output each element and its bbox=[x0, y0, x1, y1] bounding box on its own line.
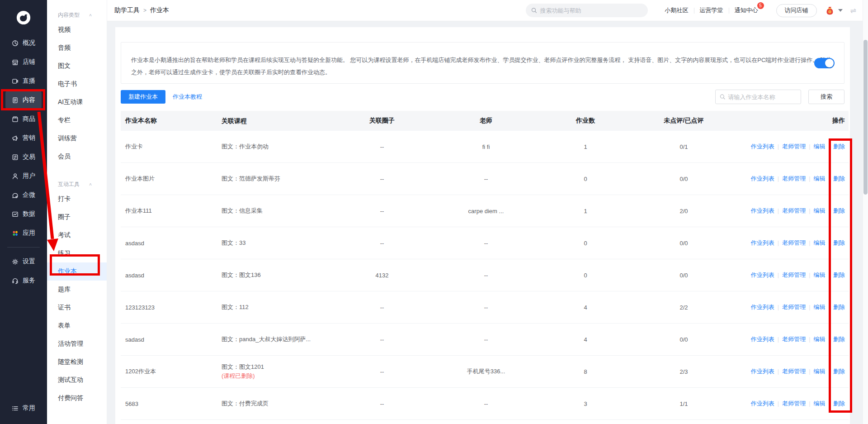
visit-shop-button[interactable]: 访问店铺 bbox=[776, 4, 817, 17]
subsidebar-item-表单[interactable]: 表单 bbox=[47, 317, 107, 335]
action-老师管理[interactable]: 老师管理 bbox=[782, 336, 806, 343]
subsidebar-item-题库[interactable]: 题库 bbox=[47, 281, 107, 299]
subsidebar-item-电子书[interactable]: 电子书 bbox=[47, 75, 107, 93]
apps-grid-icon bbox=[12, 230, 19, 237]
subsidebar-item-付费问答[interactable]: 付费问答 bbox=[47, 389, 107, 407]
sidebar-item-label: 常用 bbox=[23, 404, 35, 412]
action-删除[interactable]: 删除 bbox=[833, 400, 845, 407]
action-编辑[interactable]: 编辑 bbox=[814, 368, 826, 375]
action-老师管理[interactable]: 老师管理 bbox=[782, 400, 806, 407]
action-作业列表[interactable]: 作业列表 bbox=[751, 368, 774, 375]
sidebar-item-营销[interactable]: 营销 bbox=[5, 129, 42, 148]
action-删除[interactable]: 删除 bbox=[833, 143, 845, 150]
sidebar-item-店铺[interactable]: 店铺 bbox=[5, 52, 42, 71]
action-作业列表[interactable]: 作业列表 bbox=[751, 143, 774, 150]
data-chart-icon bbox=[12, 211, 19, 218]
section-title-互动工具: 互动工具∧ bbox=[47, 178, 107, 190]
subsidebar-item-音频[interactable]: 音频 bbox=[47, 39, 107, 57]
subsidebar-item-圈子[interactable]: 圈子 bbox=[47, 208, 107, 226]
workbook-tutorial-link[interactable]: 作业本教程 bbox=[173, 93, 202, 101]
action-作业列表[interactable]: 作业列表 bbox=[751, 175, 774, 182]
action-separator: | bbox=[829, 143, 830, 150]
sidebar-item-商品[interactable]: 商品 bbox=[5, 110, 42, 129]
link-academy[interactable]: 运营学堂 bbox=[700, 6, 723, 14]
action-作业列表[interactable]: 作业列表 bbox=[751, 400, 774, 407]
action-separator: | bbox=[778, 143, 779, 150]
subsidebar-item-考试[interactable]: 考试 bbox=[47, 226, 107, 244]
workbook-search-input[interactable] bbox=[728, 94, 797, 100]
sidebar-item-用户[interactable]: 用户 bbox=[5, 167, 42, 186]
action-删除[interactable]: 删除 bbox=[833, 175, 845, 182]
chevron-up-icon[interactable]: ∧ bbox=[89, 13, 92, 17]
action-编辑[interactable]: 编辑 bbox=[814, 272, 826, 278]
brand-logo[interactable] bbox=[0, 0, 47, 33]
chevron-up-icon[interactable]: ∧ bbox=[89, 182, 92, 186]
subsidebar-item-作业本[interactable]: 作业本 bbox=[47, 262, 107, 281]
scrollbar-thumb[interactable] bbox=[863, 40, 868, 195]
link-community[interactable]: 小鹅社区 bbox=[665, 6, 689, 14]
subsidebar-item-活动管理[interactable]: 活动管理 bbox=[47, 335, 107, 353]
red-money-bag-icon[interactable] bbox=[825, 5, 835, 16]
global-search-input[interactable] bbox=[540, 7, 642, 14]
subsidebar-item-图文[interactable]: 图文 bbox=[47, 57, 107, 75]
new-workbook-button[interactable]: 新建作业本 bbox=[121, 90, 165, 104]
switch-account-icon[interactable]: ⇌ bbox=[850, 6, 856, 15]
action-老师管理[interactable]: 老师管理 bbox=[782, 143, 806, 150]
action-删除[interactable]: 删除 bbox=[833, 368, 845, 375]
action-删除[interactable]: 删除 bbox=[833, 304, 845, 310]
action-编辑[interactable]: 编辑 bbox=[814, 400, 826, 407]
subsidebar-item-随堂检测[interactable]: 随堂检测 bbox=[47, 353, 107, 371]
subsidebar-item-视频[interactable]: 视频 bbox=[47, 21, 107, 39]
action-老师管理[interactable]: 老师管理 bbox=[782, 304, 806, 310]
action-删除[interactable]: 删除 bbox=[833, 207, 845, 214]
action-编辑[interactable]: 编辑 bbox=[814, 143, 826, 150]
global-search[interactable] bbox=[526, 4, 648, 17]
action-老师管理[interactable]: 老师管理 bbox=[782, 272, 806, 278]
action-删除[interactable]: 删除 bbox=[833, 272, 845, 278]
subsidebar-item-证书[interactable]: 证书 bbox=[47, 299, 107, 317]
action-separator: | bbox=[778, 336, 779, 343]
action-删除[interactable]: 删除 bbox=[833, 239, 845, 246]
subsidebar-item-打卡[interactable]: 打卡 bbox=[47, 190, 107, 208]
subsidebar-item-会员[interactable]: 会员 bbox=[47, 148, 107, 166]
sidebar-item-数据[interactable]: 数据 bbox=[5, 205, 42, 224]
sidebar-item-设置[interactable]: 设置 bbox=[5, 252, 42, 271]
search-button[interactable]: 搜索 bbox=[808, 90, 844, 104]
action-作业列表[interactable]: 作业列表 bbox=[751, 239, 774, 246]
sidebar-item-交易[interactable]: 交易 bbox=[5, 148, 42, 167]
action-老师管理[interactable]: 老师管理 bbox=[782, 239, 806, 246]
action-编辑[interactable]: 编辑 bbox=[814, 336, 826, 343]
workbook-search[interactable] bbox=[715, 90, 801, 104]
sidebar-item-概况[interactable]: 概况 bbox=[5, 33, 42, 52]
action-作业列表[interactable]: 作业列表 bbox=[751, 207, 774, 214]
breadcrumb-parent[interactable]: 助学工具 bbox=[114, 6, 140, 14]
subsidebar-item-专栏[interactable]: 专栏 bbox=[47, 111, 107, 129]
action-编辑[interactable]: 编辑 bbox=[814, 175, 826, 182]
action-老师管理[interactable]: 老师管理 bbox=[782, 368, 806, 375]
action-separator: | bbox=[809, 400, 810, 407]
subsidebar-item-练习[interactable]: 练习 bbox=[47, 244, 107, 262]
sidebar-item-常用[interactable]: 常用 bbox=[5, 399, 42, 418]
sidebar-item-内容[interactable]: 内容 bbox=[5, 91, 42, 110]
sidebar-item-直播[interactable]: 直播 bbox=[5, 71, 42, 91]
action-编辑[interactable]: 编辑 bbox=[814, 239, 826, 246]
action-作业列表[interactable]: 作业列表 bbox=[751, 304, 774, 310]
sidebar-item-服务[interactable]: 服务 bbox=[5, 271, 42, 290]
caret-down-icon[interactable] bbox=[838, 9, 843, 12]
action-老师管理[interactable]: 老师管理 bbox=[782, 175, 806, 182]
subsidebar-item-AI互动课[interactable]: AI互动课 bbox=[47, 93, 107, 111]
link-notifications[interactable]: 通知中心 5 bbox=[735, 6, 758, 14]
action-删除[interactable]: 删除 bbox=[833, 336, 845, 343]
action-作业列表[interactable]: 作业列表 bbox=[751, 272, 774, 278]
action-编辑[interactable]: 编辑 bbox=[814, 207, 826, 214]
action-编辑[interactable]: 编辑 bbox=[814, 304, 826, 310]
action-作业列表[interactable]: 作业列表 bbox=[751, 336, 774, 343]
sidebar-item-企微[interactable]: 企微 bbox=[5, 186, 42, 205]
subsidebar-item-训练营[interactable]: 训练营 bbox=[47, 129, 107, 148]
sidebar-item-应用[interactable]: 应用 bbox=[5, 224, 42, 243]
subsidebar-item-测试互动[interactable]: 测试互动 bbox=[47, 371, 107, 389]
cell-actions: 作业列表|老师管理|编辑|删除 bbox=[748, 239, 849, 247]
workbook-enable-toggle[interactable] bbox=[814, 58, 835, 68]
cell-workbook-name: 作业本111 bbox=[121, 207, 222, 215]
action-老师管理[interactable]: 老师管理 bbox=[782, 207, 806, 214]
